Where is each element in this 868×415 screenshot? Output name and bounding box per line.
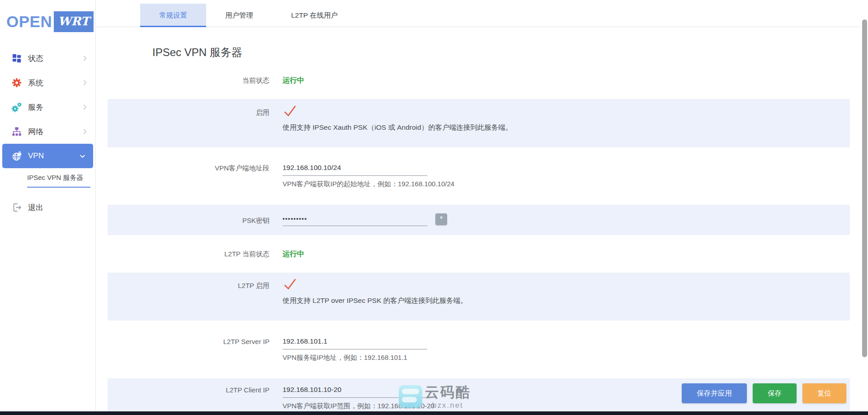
tab-l2tp-online-users[interactable]: L2TP 在线用户 — [272, 4, 357, 27]
sidebar-item-services[interactable]: 服务 — [0, 95, 95, 119]
sidebar-item-label: 状态 — [28, 53, 43, 64]
chevron-right-icon — [82, 128, 88, 135]
enable-label: 启用 — [108, 105, 269, 147]
current-status-row: 当前状态 运行中 — [108, 71, 850, 90]
l2tp-client-ip-input[interactable] — [283, 385, 427, 398]
logout-label: 退出 — [28, 203, 43, 213]
l2tp-enable-description: 使用支持 L2TP over IPSec PSK 的客户端连接到此服务端。 — [283, 296, 850, 306]
sidebar-item-label: VPN — [28, 151, 44, 160]
l2tp-status-value: 运行中 — [283, 250, 304, 259]
vpn-settings-form: 当前状态 运行中 启用 使用支持 IPSec Xauth PSK（iOS 或 A… — [108, 71, 850, 415]
sidebar-item-status[interactable]: 状态 — [0, 46, 95, 71]
reset-button[interactable]: 复位 — [802, 383, 846, 403]
form-actions: 保存并应用 保存 复位 — [682, 383, 846, 403]
chevron-right-icon — [82, 104, 88, 110]
l2tp-enable-row: L2TP 启用 使用支持 L2TP over IPSec PSK 的客户端连接到… — [108, 273, 850, 321]
openwrt-logo[interactable]: OPEN WRT — [6, 11, 95, 33]
l2tp-enable-label: L2TP 启用 — [108, 278, 269, 321]
vpn-client-range-row: VPN客户端地址段 VPN客户端获取IP的起始地址，例如：192.168.100… — [108, 154, 850, 197]
sidebar-item-label: 服务 — [28, 102, 43, 113]
enable-description: 使用支持 IPSec Xauth PSK（iOS 或 Android）的客户端连… — [283, 123, 850, 132]
openwrt-admin-app: OPEN WRT 状态 — [0, 0, 868, 415]
sidebar-item-label: 网络 — [28, 127, 43, 137]
sidebar-item-system[interactable]: 系统 — [0, 71, 95, 95]
network-icon — [11, 126, 22, 137]
tab-user-management[interactable]: 用户管理 — [206, 4, 272, 27]
l2tp-server-ip-row: L2TP Server IP VPN服务端IP地址，例如：192.168.101… — [108, 327, 850, 370]
current-status-label: 当前状态 — [108, 76, 269, 85]
l2tp-status-label: L2TP 当前状态 — [108, 250, 269, 259]
services-gears-icon — [11, 102, 22, 113]
chevron-right-icon — [82, 80, 88, 86]
l2tp-status-row: L2TP 当前状态 运行中 — [108, 244, 850, 264]
sidebar-menu: 状态 系统 — [0, 46, 95, 220]
logo-wrt-text: WRT — [54, 11, 94, 32]
save-apply-button[interactable]: 保存并应用 — [682, 383, 747, 403]
save-button[interactable]: 保存 — [753, 383, 797, 403]
sidebar-item-vpn[interactable]: VPN — [2, 144, 93, 168]
psk-label: PSK密钥 — [108, 215, 269, 225]
l2tp-client-ip-label: L2TP Client IP — [108, 385, 269, 415]
page-title: IPSec VPN 服务器 — [152, 45, 861, 60]
enable-checkbox[interactable] — [283, 105, 297, 118]
chevron-down-icon — [79, 153, 86, 160]
scrollbar-track[interactable] — [862, 17, 868, 415]
sidebar-item-network[interactable]: 网络 — [0, 119, 95, 144]
tab-general-settings[interactable]: 常规设置 — [140, 4, 206, 27]
psk-reveal-button[interactable]: * — [435, 213, 447, 225]
vpn-client-range-input[interactable] — [283, 163, 427, 176]
sidebar-item-ipsec-vpn-server[interactable]: IPSec VPN 服务器 — [27, 174, 90, 188]
vpn-client-range-hint: VPN客户端获取IP的起始地址，例如：192.168.100.10/24 — [283, 180, 850, 189]
sidebar: OPEN WRT 状态 — [0, 0, 96, 415]
l2tp-server-ip-input[interactable] — [283, 336, 427, 349]
l2tp-enable-checkbox[interactable] — [283, 278, 297, 291]
l2tp-server-ip-hint: VPN服务端IP地址，例如：192.168.101.1 — [283, 354, 850, 362]
psk-row: PSK密钥 * — [108, 205, 850, 235]
dashboard-icon — [11, 53, 22, 64]
logout-icon — [11, 202, 22, 213]
l2tp-server-ip-label: L2TP Server IP — [108, 336, 269, 370]
logo-open-text: OPEN — [6, 13, 52, 31]
vpn-globe-lock-icon — [11, 151, 22, 161]
sidebar-submenu-vpn: IPSec VPN 服务器 — [0, 168, 95, 192]
bottom-edge-strip — [0, 411, 868, 415]
scrollbar-thumb[interactable] — [862, 19, 867, 357]
main-content: 常规设置 用户管理 L2TP 在线用户 IPSec VPN 服务器 当前状态 运… — [96, 0, 861, 415]
chevron-right-icon — [82, 55, 88, 61]
tab-bar: 常规设置 用户管理 L2TP 在线用户 — [96, 0, 861, 27]
vpn-client-range-label: VPN客户端地址段 — [108, 163, 269, 197]
current-status-value: 运行中 — [283, 76, 304, 85]
logout-button[interactable]: 退出 — [0, 195, 95, 220]
sidebar-item-label: 系统 — [28, 78, 43, 88]
psk-input[interactable] — [283, 214, 427, 226]
gear-icon — [11, 77, 22, 88]
enable-row: 启用 使用支持 IPSec Xauth PSK（iOS 或 Android）的客… — [108, 99, 850, 147]
